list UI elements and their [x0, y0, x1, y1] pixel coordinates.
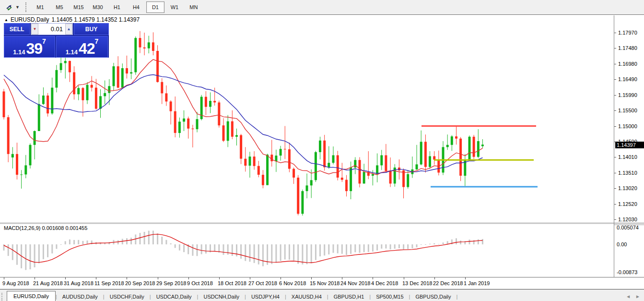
chevron-down-icon[interactable]: ▼: [15, 5, 20, 10]
candle-body: [249, 157, 251, 166]
macd-axis-label: -0.00873: [617, 269, 637, 275]
sell-price-button[interactable]: 1.14 39 7: [4, 36, 55, 58]
chart-tab-usdjpy-h4[interactable]: USDJPY,H4: [246, 292, 285, 301]
candle-body: [170, 101, 172, 111]
macd-histogram-bar: [324, 244, 325, 255]
volume-spinner: ▼ 0.01 ▲: [31, 23, 73, 35]
buy-button[interactable]: BUY: [74, 23, 109, 35]
macd-histogram-bar: [179, 244, 180, 251]
date-tick: [158, 277, 158, 279]
candle-body: [108, 86, 110, 93]
chart-tab-gbpusd-daily[interactable]: GBPUSD,Daily: [410, 292, 456, 301]
macd-histogram-bar: [25, 244, 26, 270]
macd-indicator-pane[interactable]: [0, 224, 614, 277]
price-tick-label: 1.17970: [618, 30, 637, 36]
price-tick-label: 1.14010: [618, 154, 637, 160]
volume-input[interactable]: 0.01: [38, 24, 65, 35]
ma-slow-line: [4, 75, 482, 174]
candle-body: [332, 155, 335, 163]
macd-histogram-bar: [460, 241, 461, 244]
candle-body: [24, 165, 27, 174]
date-tick: [281, 277, 281, 279]
date-tick: [373, 277, 373, 279]
chart-tab-eurusd-daily[interactable]: EURUSD,Daily: [7, 291, 56, 301]
date-axis[interactable]: 9 Aug 201821 Aug 201831 Aug 201811 Sep 2…: [0, 277, 644, 289]
candle-body: [420, 142, 422, 164]
tabs-scroll-right-icon[interactable]: ►: [635, 294, 640, 299]
timeframe-button-m30[interactable]: M30: [89, 1, 107, 13]
macd-histogram-bar: [302, 244, 303, 265]
candle-body: [29, 145, 32, 166]
timeframe-button-d1[interactable]: D1: [146, 1, 164, 13]
sell-button[interactable]: SELL: [4, 23, 30, 35]
macd-canvas[interactable]: [0, 224, 614, 277]
sell-price-pips: 39: [26, 41, 42, 56]
chart-tab-usdcad-daily[interactable]: USDCAD,Daily: [151, 292, 197, 301]
volume-decrease-button[interactable]: ▼: [31, 24, 38, 35]
macd-histogram-bar: [390, 244, 391, 250]
candle-body: [99, 96, 102, 108]
chart-tab-sp500-m15[interactable]: SP500,M15: [371, 292, 409, 301]
macd-histogram-bar: [192, 244, 193, 256]
macd-histogram-bar: [201, 244, 202, 254]
buy-price-button[interactable]: 1.14 42 7: [56, 36, 108, 58]
macd-histogram-bar: [205, 244, 207, 253]
candle-body: [310, 180, 313, 185]
macd-histogram-bar: [293, 244, 294, 260]
timeframe-button-h4[interactable]: H4: [127, 1, 145, 13]
candle-body: [42, 96, 45, 104]
chart-ohlc-values: 1.14405 1.14579 1.14352 1.14397: [52, 16, 140, 23]
candle-body: [143, 48, 146, 48]
macd-histogram-bar: [183, 244, 185, 252]
toolbar-grip-handle[interactable]: [25, 2, 28, 12]
macd-histogram-bar: [350, 244, 351, 254]
chart-tab-xauusd-h4[interactable]: XAUUSD,H4: [286, 292, 327, 301]
tabbar-grip-handle[interactable]: [1, 293, 4, 301]
candle-body: [95, 88, 97, 109]
macd-histogram-bar: [232, 244, 233, 256]
tabs-scroll-left-icon[interactable]: ◄: [626, 294, 631, 299]
chart-tab-usdchf-daily[interactable]: USDCHF,Daily: [105, 292, 150, 301]
volume-increase-button[interactable]: ▲: [65, 24, 72, 35]
candle-body: [244, 159, 246, 166]
candle-body: [433, 156, 435, 159]
candle-body: [473, 137, 475, 157]
price-tick: [614, 157, 616, 157]
macd-histogram-bar: [368, 244, 369, 252]
candle-body: [315, 152, 317, 180]
date-tick-label: 9 Aug 2018: [2, 280, 29, 286]
chart-tab-gbpusd-h1[interactable]: GBPUSD,H1: [328, 292, 370, 301]
candle-body: [3, 92, 5, 118]
chart-tab-usdcnh-daily[interactable]: USDCNH,Daily: [198, 292, 245, 301]
chart-symbol-label: EURUSD,Daily: [11, 16, 49, 23]
macd-histogram-bar: [416, 244, 418, 247]
macd-histogram-bar: [333, 244, 334, 253]
candle-body: [446, 145, 449, 147]
candle-body: [156, 51, 159, 82]
timeframe-button-h1[interactable]: H1: [108, 1, 126, 13]
macd-histogram-bar: [372, 244, 374, 252]
macd-histogram-bar: [337, 244, 339, 253]
timeframe-button-m5[interactable]: M5: [50, 1, 69, 13]
macd-histogram-bar: [376, 244, 378, 251]
timeframe-button-mn[interactable]: MN: [185, 1, 203, 13]
mt4-terminal: ▼ M1M5M15M30H1H4D1W1MN ▲ EURUSD,Daily 1.…: [0, 0, 644, 301]
macd-histogram-bar: [82, 241, 83, 244]
timeframe-button-m1[interactable]: M1: [31, 1, 49, 13]
candle-body: [218, 102, 220, 125]
chart-tab-audusd-daily[interactable]: AUDUSD,Daily: [57, 292, 103, 301]
date-tick: [96, 277, 96, 279]
date-tick-label: 24 Nov 2018: [340, 280, 370, 286]
candle-body: [389, 171, 392, 183]
macd-histogram-bar: [240, 244, 242, 259]
macd-histogram-bar: [394, 244, 396, 249]
macd-histogram-bar: [135, 235, 136, 245]
candle-body: [7, 117, 10, 154]
timeframe-button-m15[interactable]: M15: [70, 1, 88, 13]
price-tick-label: 1.12030: [618, 217, 637, 222]
timeframes-toolbar-button[interactable]: ▼: [3, 3, 22, 12]
timeframe-button-w1[interactable]: W1: [165, 1, 184, 13]
macd-histogram-bar: [469, 240, 470, 244]
candle-body: [359, 160, 361, 183]
collapse-triangle-icon[interactable]: ▲: [4, 18, 8, 22]
